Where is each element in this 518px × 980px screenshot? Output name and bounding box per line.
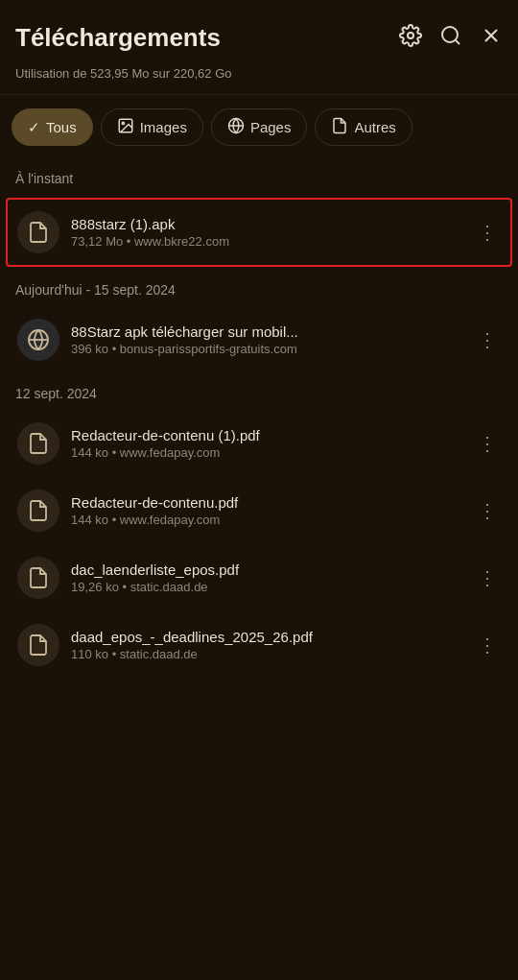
- filter-autres[interactable]: Autres: [315, 108, 412, 146]
- item-name-88starz: 88Starz apk télécharger sur mobil...: [71, 323, 460, 340]
- item-info-pdf4: daad_epos_-_deadlines_2025_26.pdf 110 ko…: [71, 629, 460, 661]
- check-icon: ✓: [28, 119, 40, 136]
- item-meta-88starz: 396 ko • bonus-parissportifs-gratuits.co…: [71, 342, 460, 356]
- item-name-pdf1: Redacteur-de-contenu (1).pdf: [71, 427, 460, 443]
- file-icon-pdf2: [17, 490, 59, 532]
- globe-icon-88starz: [17, 319, 59, 361]
- item-menu-pdf4[interactable]: ⋮: [472, 630, 503, 660]
- download-item-pdf4[interactable]: daad_epos_-_deadlines_2025_26.pdf 110 ko…: [6, 612, 512, 678]
- page-title: Téléchargements: [15, 23, 399, 53]
- filter-tous[interactable]: ✓ Tous: [12, 108, 93, 146]
- section-label-sept12: 12 sept. 2024: [0, 374, 518, 409]
- item-info-pdf3: dac_laenderliste_epos.pdf 19,26 ko • sta…: [71, 562, 460, 594]
- item-meta-pdf1: 144 ko • www.fedapay.com: [71, 445, 460, 460]
- svg-point-1: [442, 27, 458, 42]
- file-icon-pdf3: [17, 557, 59, 599]
- item-menu-pdf2[interactable]: ⋮: [472, 495, 503, 526]
- download-item-88starz[interactable]: 88Starz apk télécharger sur mobil... 396…: [6, 307, 512, 372]
- download-item-pdf3[interactable]: dac_laenderliste_epos.pdf 19,26 ko • sta…: [6, 545, 512, 610]
- svg-line-2: [456, 39, 459, 43]
- section-label-instant: À l'instant: [0, 159, 518, 194]
- header-icons: [399, 24, 503, 53]
- file-icon-apk: [17, 211, 59, 253]
- download-item-pdf1[interactable]: Redacteur-de-contenu (1).pdf 144 ko • ww…: [6, 411, 512, 476]
- item-meta-pdf2: 144 ko • www.fedapay.com: [71, 513, 460, 527]
- file-icon-pdf1: [17, 422, 59, 465]
- svg-point-0: [408, 33, 413, 38]
- globe-filter-icon: [227, 117, 245, 137]
- filter-bar: ✓ Tous Images Pages Au: [0, 95, 518, 159]
- item-info-pdf2: Redacteur-de-contenu.pdf 144 ko • www.fe…: [71, 494, 460, 527]
- section-instant: À l'instant 888starz (1).apk 73,12 Mo • …: [0, 159, 518, 267]
- filter-images[interactable]: Images: [101, 108, 203, 146]
- section-sept12: 12 sept. 2024 Redacteur-de-contenu (1).p…: [0, 374, 518, 678]
- item-menu-apk[interactable]: ⋮: [472, 217, 503, 248]
- storage-info: Utilisation de 523,95 Mo sur 220,62 Go: [0, 62, 518, 95]
- item-name-pdf2: Redacteur-de-contenu.pdf: [71, 494, 460, 511]
- item-info-pdf1: Redacteur-de-contenu (1).pdf 144 ko • ww…: [71, 427, 460, 460]
- item-name-pdf4: daad_epos_-_deadlines_2025_26.pdf: [71, 629, 460, 645]
- item-menu-pdf1[interactable]: ⋮: [472, 428, 503, 459]
- item-menu-88starz[interactable]: ⋮: [472, 324, 503, 355]
- item-name-apk: 888starz (1).apk: [71, 216, 460, 232]
- close-icon[interactable]: [480, 24, 503, 53]
- item-info-apk: 888starz (1).apk 73,12 Mo • www.bkre22.c…: [71, 216, 460, 249]
- item-info-88starz: 88Starz apk télécharger sur mobil... 396…: [71, 323, 460, 356]
- svg-point-6: [122, 122, 124, 124]
- image-filter-icon: [117, 117, 134, 137]
- item-meta-pdf3: 19,26 ko • static.daad.de: [71, 580, 460, 594]
- download-item-pdf2[interactable]: Redacteur-de-contenu.pdf 144 ko • www.fe…: [6, 478, 512, 543]
- section-label-today: Aujourd'hui - 15 sept. 2024: [0, 271, 518, 305]
- section-today: Aujourd'hui - 15 sept. 2024 88Starz apk …: [0, 271, 518, 372]
- item-meta-pdf4: 110 ko • static.daad.de: [71, 647, 460, 661]
- search-icon[interactable]: [439, 24, 462, 53]
- header: Téléchargements: [0, 0, 518, 62]
- download-item-highlighted[interactable]: 888starz (1).apk 73,12 Mo • www.bkre22.c…: [6, 198, 512, 267]
- item-meta-apk: 73,12 Mo • www.bkre22.com: [71, 234, 460, 249]
- filter-pages[interactable]: Pages: [211, 108, 308, 146]
- file-filter-icon: [331, 117, 348, 137]
- item-name-pdf3: dac_laenderliste_epos.pdf: [71, 562, 460, 578]
- gear-icon[interactable]: [399, 24, 422, 53]
- file-icon-pdf4: [17, 624, 59, 666]
- item-menu-pdf3[interactable]: ⋮: [472, 562, 503, 593]
